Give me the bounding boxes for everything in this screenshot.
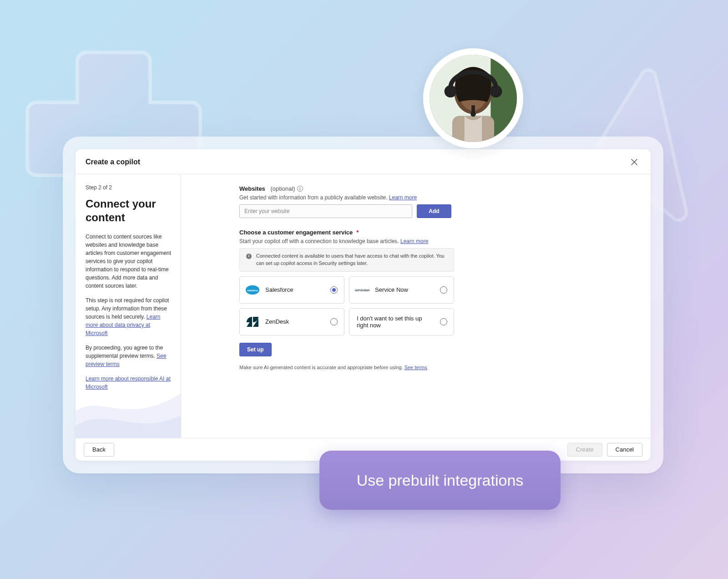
sidebar-intro: Connect to content sources like websites… bbox=[86, 233, 172, 290]
radio-servicenow[interactable] bbox=[440, 286, 447, 294]
dialog-card: Create a copilot Step 2 of 2 Connect you… bbox=[63, 137, 663, 473]
svg-text:servicenow: servicenow bbox=[355, 288, 369, 292]
cancel-button[interactable]: Cancel bbox=[607, 443, 642, 457]
servicenow-icon: servicenow bbox=[355, 283, 369, 297]
service-option-skip[interactable]: I don't want to set this up right now bbox=[349, 308, 454, 335]
sidebar-privacy: This step is not required for copilot se… bbox=[86, 296, 172, 337]
salesforce-icon: salesforce bbox=[245, 283, 260, 297]
create-button: Create bbox=[567, 443, 602, 457]
add-website-button[interactable]: Add bbox=[417, 204, 451, 218]
ai-disclaimer: Make sure AI-generated content is accura… bbox=[239, 365, 632, 370]
websites-learn-more-link[interactable]: Learn more bbox=[389, 194, 417, 201]
service-option-salesforce[interactable]: salesforce Salesforce bbox=[239, 276, 344, 304]
see-terms-link[interactable]: See terms bbox=[404, 365, 427, 370]
service-option-servicenow[interactable]: servicenow Service Now bbox=[349, 276, 454, 304]
radio-skip[interactable] bbox=[440, 318, 447, 325]
dialog-title: Create a copilot bbox=[86, 158, 140, 166]
engagement-label: Choose a customer engagement service* bbox=[239, 229, 359, 236]
engagement-helper: Start your copilot off with a connection… bbox=[239, 238, 632, 244]
security-info-banner: i Connected content is available to user… bbox=[239, 248, 454, 272]
responsible-ai-link[interactable]: Learn more about responsible AI at Micro… bbox=[86, 376, 171, 390]
service-option-zendesk[interactable]: ZenDesk bbox=[239, 308, 344, 335]
back-button[interactable]: Back bbox=[84, 443, 114, 457]
close-button[interactable] bbox=[628, 156, 641, 168]
step-label: Step 2 of 2 bbox=[86, 184, 172, 191]
sidebar-heading: Connect your content bbox=[86, 197, 172, 224]
svg-point-6 bbox=[490, 85, 502, 97]
overlay-caption: Use prebuilt integrations bbox=[319, 451, 561, 510]
sidebar-terms: By proceeding, you agree to the suppleme… bbox=[86, 344, 172, 368]
svg-point-8 bbox=[470, 112, 476, 117]
info-icon[interactable]: i bbox=[297, 186, 303, 192]
websites-helper: Get started with information from a publ… bbox=[239, 194, 632, 201]
setup-button[interactable]: Set up bbox=[239, 343, 272, 356]
info-dot-icon: i bbox=[246, 254, 252, 259]
svg-text:salesforce: salesforce bbox=[247, 289, 258, 292]
website-input[interactable] bbox=[239, 204, 412, 218]
service-grid: salesforce Salesforce servicenow Service… bbox=[239, 276, 454, 335]
avatar bbox=[423, 48, 523, 148]
engagement-learn-more-link[interactable]: Learn more bbox=[400, 238, 428, 244]
radio-salesforce[interactable] bbox=[330, 286, 338, 294]
websites-label: Websites (optional) i bbox=[239, 185, 303, 192]
close-icon bbox=[631, 159, 637, 165]
svg-rect-1 bbox=[490, 55, 517, 142]
create-copilot-dialog: Create a copilot Step 2 of 2 Connect you… bbox=[76, 149, 651, 461]
decorative-wave bbox=[76, 361, 181, 438]
zendesk-icon bbox=[245, 315, 260, 329]
sidebar: Step 2 of 2 Connect your content Connect… bbox=[76, 174, 181, 438]
main-panel: Websites (optional) i Get started with i… bbox=[181, 174, 651, 438]
radio-zendesk[interactable] bbox=[330, 318, 338, 325]
svg-point-5 bbox=[445, 85, 457, 97]
